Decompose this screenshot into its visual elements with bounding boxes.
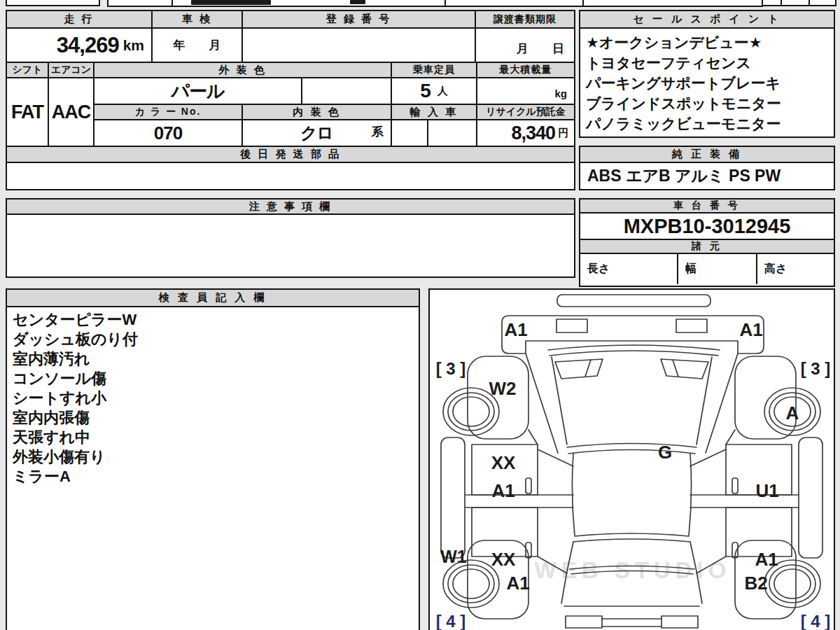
mileage-value-cell: 34,269 km <box>6 27 153 63</box>
shaken-header: 車 検 <box>151 10 243 29</box>
spec-length-cell: 長さ <box>580 254 677 284</box>
later-parts-header: 後 日 発 送 部 品 <box>6 146 575 163</box>
shift-value: FAT <box>11 102 43 123</box>
caution-header: 注 意 事 項 欄 <box>6 198 575 215</box>
recycle-value: 8,340 <box>511 122 555 144</box>
equipment-header: 純 正 装 備 <box>580 147 834 163</box>
inspector-note: 天張すれ中 <box>13 428 413 447</box>
inspector-note: 室内内張傷 <box>13 408 413 428</box>
damage-label-fender-fl: W2 <box>489 378 517 399</box>
inspector-note: シートすれ小 <box>13 388 413 408</box>
top-row-fragment-main <box>107 0 763 7</box>
max-load-header: 最大積載量 <box>476 62 575 78</box>
exterior-color-extra-cell <box>301 77 392 105</box>
car-diagram: WEB STUDIO <box>430 290 834 630</box>
max-load-value-cell: kg <box>476 77 575 105</box>
mileage-value: 34,269 <box>57 33 119 58</box>
sales-points-list: ★オークションデビュー★ トヨタセーフティセンス パーキングサポートブレーキ ブ… <box>580 29 834 134</box>
sales-point-line: パノラミックビューモニター <box>586 113 828 134</box>
taillight-left-shape <box>566 616 602 628</box>
import-header: 輸 入 車 <box>391 104 477 120</box>
color-no-header: カ ラ ー No. <box>93 104 243 120</box>
import-value-cell-1 <box>391 119 428 147</box>
recycle-header: リサイクル預託金 <box>476 104 575 120</box>
sales-point-line: ★オークションデビュー★ <box>586 32 828 52</box>
damage-label-rocker-left: W1 <box>440 547 467 566</box>
corner-marker-rear-right: [ 4 ] <box>801 612 831 630</box>
inspector-header: 検 査 員 記 入 欄 <box>7 290 419 307</box>
capacity-header: 乗車定員 <box>391 62 477 78</box>
interior-color-value: クロ <box>300 122 333 144</box>
spec-height-cell: 高さ <box>756 254 834 284</box>
rocker-left-shape <box>441 438 465 558</box>
damage-label-front-right: A1 <box>739 319 762 340</box>
car-diagram-box: WEB STUDIO <box>428 288 835 630</box>
spec-width-cell: 幅 <box>677 254 756 284</box>
top-row-fragment-left <box>6 0 100 6</box>
recycle-unit: 円 <box>558 127 568 140</box>
headlight-left-shape <box>556 319 587 332</box>
hood-shape <box>502 316 764 354</box>
inspector-note: 室内薄汚れ <box>13 349 413 369</box>
damage-label-cowl: G <box>658 442 672 463</box>
sales-points-box: セ ー ル ス ポ イ ン ト ★オークションデビュー★ トヨタセーフティセンス… <box>579 10 835 138</box>
corner-marker-front-right: [ 3 ] <box>801 359 831 378</box>
inspector-note: コンソール傷 <box>13 369 413 388</box>
damage-label-door-rr: A1 <box>755 549 778 570</box>
shaken-value-cell: 年 月 <box>151 27 243 63</box>
capacity-value-cell: 5 人 <box>391 77 477 105</box>
corner-marker-front-left: [ 3 ] <box>436 359 466 378</box>
damage-label-door-fl-top: XX <box>491 452 516 473</box>
color-no-value: 070 <box>154 122 182 144</box>
inspector-note: 外装小傷有り <box>13 447 413 467</box>
cutoff-text-blob <box>191 0 271 5</box>
capacity-value: 5 <box>420 80 430 102</box>
damage-label-wheel-rl: A1 <box>506 573 529 594</box>
top-row-fragment-r3 <box>808 0 836 6</box>
interior-color-suffix: 系 <box>372 124 384 140</box>
exterior-color-value: パール <box>171 79 224 104</box>
aircon-value-cell: AAC <box>48 77 94 147</box>
equipment-box: 純 正 装 備 ABS エアB アルミ PS PW <box>579 146 835 190</box>
caution-value-cell <box>6 214 575 278</box>
sales-point-line: トヨタセーフティセンス <box>586 52 828 73</box>
chassis-header: 車 台 番 号 <box>580 200 834 214</box>
sales-points-header: セ ー ル ス ポ イ ン ト <box>580 11 834 29</box>
inspector-box: 検 査 員 記 入 欄 センターピラーW ダッシュ板のり付 室内薄汚れ コンソー… <box>6 288 420 630</box>
top-row-fragment-r1 <box>762 0 782 6</box>
sales-point-line: ブラインドスポットモニター <box>586 93 828 113</box>
top-row-fragment-r2 <box>780 0 810 6</box>
interior-color-value-cell: クロ 系 <box>241 119 392 147</box>
headlight-right-shape <box>676 319 707 332</box>
transfer-docs-header: 譲渡書類期限 <box>475 10 575 29</box>
inspector-note: センターピラーW <box>13 310 413 330</box>
capacity-unit: 人 <box>438 85 448 98</box>
damage-label-door-fr: U1 <box>755 480 778 501</box>
aircon-value: AAC <box>52 102 91 123</box>
registration-header: 登 録 番 号 <box>241 10 476 29</box>
recycle-value-cell: 8,340 円 <box>476 119 575 147</box>
door-handle-icon <box>732 478 738 493</box>
exterior-color-value-cell: パール <box>93 77 302 105</box>
taillight-right-shape <box>662 616 698 628</box>
interior-color-header: 内 装 色 <box>241 104 392 120</box>
inspector-list: センターピラーW ダッシュ板のり付 室内薄汚れ コンソール傷 シートすれ小 室内… <box>7 307 419 486</box>
mileage-header: 走 行 <box>6 10 153 29</box>
inspector-note: ミラーA <box>13 467 413 486</box>
cutoff-text-blob-small <box>350 0 365 4</box>
later-parts-value-cell <box>6 162 575 190</box>
exterior-color-header: 外 装 色 <box>93 62 392 78</box>
specs-header: 諸 元 <box>580 240 834 254</box>
shift-header: シフト <box>6 62 49 78</box>
damage-label-front-left: A1 <box>504 319 527 340</box>
inspector-note: ダッシュ板のり付 <box>13 330 413 349</box>
corner-marker-rear-left: [ 4 ] <box>436 612 466 630</box>
chassis-value: MXPB10-3012945 <box>580 214 834 240</box>
front-bumper-shape <box>557 295 710 307</box>
damage-label-door-rl: XX <box>491 549 516 570</box>
damage-label-wheel-rr: B2 <box>744 573 767 594</box>
damage-label-wheel-fr: A <box>786 402 799 424</box>
transfer-value-cell: 月 日 <box>475 27 575 63</box>
mileage-unit: km <box>123 37 144 54</box>
color-no-value-cell: 070 <box>93 119 243 147</box>
